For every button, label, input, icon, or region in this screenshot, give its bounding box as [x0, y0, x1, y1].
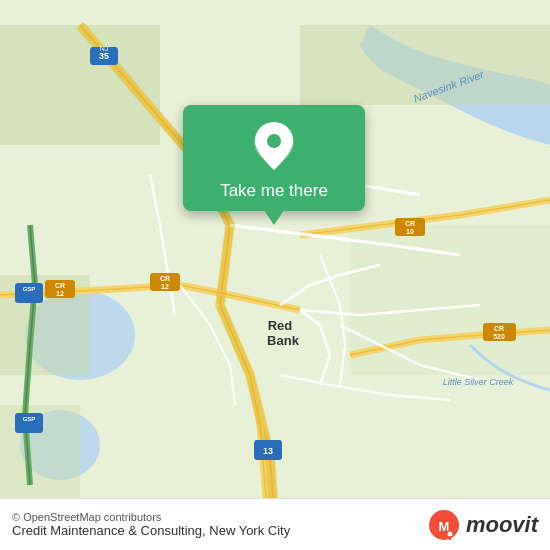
svg-text:NJ: NJ	[100, 45, 109, 52]
popup-label: Take me there	[210, 181, 338, 201]
map-container: 35 NJ 35 NJ CR 12 CR 12 CR 10 CR 520 GSP…	[0, 0, 550, 550]
svg-text:12: 12	[56, 290, 64, 297]
svg-point-36	[267, 134, 281, 148]
svg-text:CR: CR	[494, 325, 504, 332]
location-name: Credit Maintenance & Consulting, New Yor…	[12, 523, 290, 538]
moovit-logo-icon: M	[428, 509, 460, 541]
svg-text:CR: CR	[160, 275, 170, 282]
svg-text:GSP: GSP	[23, 416, 36, 422]
map-attribution: © OpenStreetMap contributors	[12, 511, 290, 523]
svg-text:520: 520	[493, 333, 505, 340]
svg-text:12: 12	[161, 283, 169, 290]
popup-icon-area	[244, 117, 304, 177]
svg-rect-6	[350, 225, 550, 375]
location-pin-icon	[250, 120, 298, 175]
map-svg: 35 NJ 35 NJ CR 12 CR 12 CR 10 CR 520 GSP…	[0, 0, 550, 550]
svg-text:CR: CR	[55, 282, 65, 289]
svg-text:35: 35	[99, 51, 109, 61]
brand-logo: M moovit	[428, 509, 538, 541]
svg-text:GSP: GSP	[23, 286, 36, 292]
map-popup[interactable]: Take me there	[183, 105, 365, 211]
svg-point-40	[447, 531, 452, 536]
bottom-bar: © OpenStreetMap contributors Credit Main…	[0, 498, 550, 550]
moovit-brand-text: moovit	[466, 512, 538, 538]
svg-text:13: 13	[263, 446, 273, 456]
svg-text:Little Silver Creek: Little Silver Creek	[443, 377, 514, 387]
svg-text:Bank: Bank	[267, 333, 300, 348]
svg-text:CR: CR	[405, 220, 415, 227]
svg-text:Red: Red	[268, 318, 293, 333]
svg-text:10: 10	[406, 228, 414, 235]
